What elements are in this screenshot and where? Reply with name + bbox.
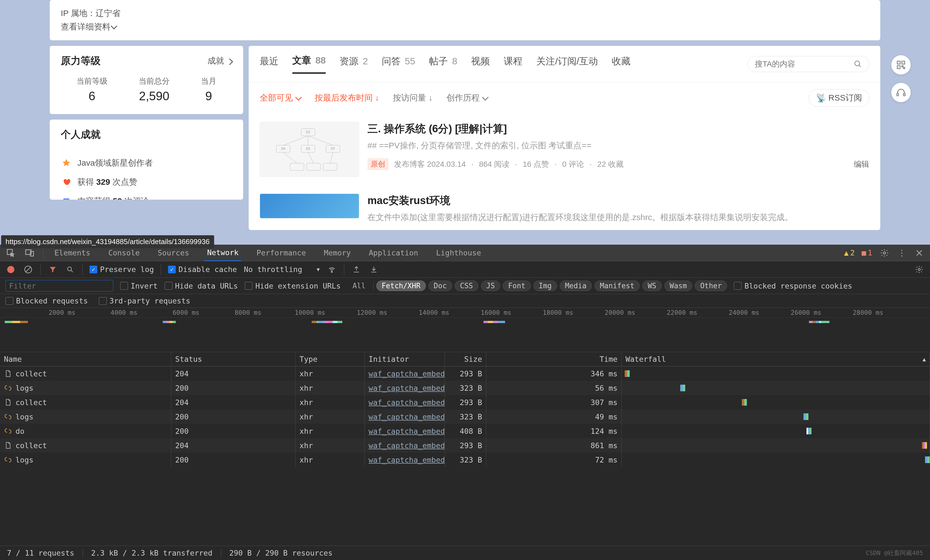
filter-by-time[interactable]: 按最后发布时间 ↓ — [315, 92, 379, 104]
svg-rect-15 — [898, 66, 901, 69]
col-status[interactable]: Status — [171, 352, 296, 366]
svg-point-25 — [68, 267, 72, 271]
wifi-icon[interactable] — [326, 264, 337, 275]
achievement-icon — [61, 196, 72, 200]
waterfall-cell — [622, 424, 930, 438]
invert-checkbox[interactable]: Invert — [120, 282, 158, 290]
download-icon[interactable] — [369, 264, 379, 275]
article-title: mac安装rust环境 — [368, 193, 869, 208]
initiator-link[interactable]: waf_captcha_embed — [369, 456, 445, 464]
col-size[interactable]: Size — [445, 352, 486, 366]
more-icon[interactable]: ⋮ — [896, 248, 907, 258]
preserve-log-checkbox[interactable]: ✓Preserve log — [89, 265, 154, 274]
blocked-cookies-checkbox[interactable]: Blocked response cookies — [734, 282, 852, 290]
clear-button[interactable] — [23, 264, 34, 275]
type-filter-pill[interactable]: Font — [503, 281, 531, 291]
search-icon — [854, 59, 862, 69]
devtools-tab[interactable]: Application — [366, 245, 421, 261]
headset-button[interactable] — [892, 83, 911, 102]
device-icon[interactable] — [24, 248, 35, 258]
type-filter-pill[interactable]: Manifest — [594, 281, 640, 291]
warnings-badge[interactable]: ▲ 2 — [844, 249, 855, 257]
content-tab[interactable]: 最近 — [260, 55, 279, 73]
article-item[interactable]: P2 P3 P7 P4 三. 操作系统 (6分) [理解|计算] ## ==PV… — [249, 114, 880, 185]
type-filter-pill[interactable]: Img — [534, 281, 557, 291]
col-name[interactable]: Name — [0, 352, 171, 366]
devtools-tab[interactable]: Performance — [254, 245, 309, 261]
upload-icon[interactable] — [351, 264, 362, 275]
xhr-icon — [4, 413, 12, 421]
initiator-link[interactable]: waf_captcha_embed — [369, 441, 445, 450]
timeline-overview[interactable]: 2000 ms4000 ms6000 ms8000 ms10000 ms1200… — [0, 308, 930, 352]
achieve-title: 个人成就 — [61, 128, 100, 141]
record-button[interactable] — [6, 264, 16, 275]
article-item[interactable]: mac安装rust环境 在文件中添加(这里需要根据情况进行配置)进行配置环境我这… — [249, 185, 880, 230]
col-type[interactable]: Type — [296, 352, 365, 366]
initiator-link[interactable]: waf_captcha_embed — [369, 384, 445, 393]
svg-text:P7: P7 — [331, 147, 335, 151]
devtools-tab[interactable]: Memory — [321, 245, 354, 261]
rss-button[interactable]: 📡RSS订阅 — [809, 89, 869, 107]
initiator-link[interactable]: waf_captcha_embed — [369, 427, 445, 436]
content-tab[interactable]: 收藏 — [612, 55, 630, 73]
svg-point-0 — [855, 61, 860, 66]
hide-data-urls-checkbox[interactable]: Hide data URLs — [165, 282, 238, 290]
throttling-select[interactable]: No throttling ▼ — [244, 265, 320, 274]
type-filter-pill[interactable]: Media — [560, 281, 592, 291]
content-tab[interactable]: 问答 55 — [382, 55, 415, 73]
third-party-checkbox[interactable]: 3rd-party requests — [99, 296, 190, 305]
article-desc: 在文件中添加(这里需要根据情况进行配置)进行配置环境我这里使用的是.zshrc。… — [368, 212, 869, 223]
type-filter-pill[interactable]: JS — [481, 281, 500, 291]
view-detail-text: 查看详细资料 — [61, 22, 111, 31]
hide-extension-urls-checkbox[interactable]: Hide extension URLs — [245, 282, 341, 290]
close-icon[interactable] — [914, 248, 924, 258]
request-status: 204 — [171, 395, 296, 410]
type-filter-pill[interactable]: WS — [642, 281, 661, 291]
content-search-box[interactable] — [748, 56, 869, 72]
table-row[interactable]: logs 200 xhr waf_captcha_embed 323 B 72 … — [0, 453, 930, 467]
issues-badge[interactable]: ■ 1 — [861, 249, 872, 257]
table-row[interactable]: collect 204 xhr waf_captcha_embed 293 B … — [0, 395, 930, 410]
search-icon[interactable] — [65, 264, 75, 275]
filter-icon[interactable] — [48, 264, 58, 275]
table-row[interactable]: collect 204 xhr waf_captcha_embed 293 B … — [0, 438, 930, 453]
content-tab[interactable]: 关注/订阅/互动 — [536, 55, 598, 73]
disable-cache-checkbox[interactable]: ✓Disable cache — [168, 265, 237, 274]
content-tab[interactable]: 帖子 8 — [429, 55, 457, 73]
network-filter-input[interactable] — [6, 280, 113, 292]
content-tab[interactable]: 文章 88 — [292, 54, 326, 74]
initiator-link[interactable]: waf_captcha_embed — [369, 370, 445, 378]
settings-icon[interactable] — [879, 248, 890, 258]
table-row[interactable]: collect 204 xhr waf_captcha_embed 293 B … — [0, 367, 930, 381]
power-more-link[interactable]: 成就 — [208, 55, 232, 66]
type-filter-pill[interactable]: All — [348, 281, 371, 291]
content-tab[interactable]: 课程 — [503, 55, 522, 73]
edit-link[interactable]: 编辑 — [854, 159, 869, 170]
filter-by-visits[interactable]: 按访问量 ↓ — [393, 92, 433, 104]
view-detail-link[interactable]: 查看详细资料 — [61, 21, 869, 32]
original-badge: 原创 — [368, 158, 388, 170]
type-filter-pill[interactable]: Fetch/XHR — [376, 281, 426, 291]
type-filter-pill[interactable]: Wasm — [665, 281, 692, 291]
table-row[interactable]: logs 200 xhr waf_captcha_embed 323 B 49 … — [0, 410, 930, 424]
initiator-link[interactable]: waf_captcha_embed — [369, 413, 445, 421]
initiator-link[interactable]: waf_captcha_embed — [369, 398, 445, 407]
table-row[interactable]: do 200 xhr waf_captcha_embed 408 B 124 m… — [0, 424, 930, 438]
filter-visibility[interactable]: 全部可见 — [260, 92, 301, 104]
type-filter-pill[interactable]: Doc — [428, 281, 452, 291]
type-filter-pill[interactable]: CSS — [455, 281, 478, 291]
content-tab[interactable]: 视频 — [471, 55, 490, 73]
blocked-requests-checkbox[interactable]: Blocked requests — [6, 296, 88, 305]
col-waterfall[interactable]: Waterfall▲ — [622, 352, 930, 366]
network-settings-icon[interactable] — [914, 264, 924, 275]
devtools-tab[interactable]: Lighthouse — [434, 245, 484, 261]
col-time[interactable]: Time — [486, 352, 622, 366]
content-tab[interactable]: 资源 2 — [340, 55, 368, 73]
inspect-icon[interactable] — [6, 248, 16, 258]
search-input[interactable] — [755, 60, 854, 69]
type-filter-pill[interactable]: Other — [695, 281, 727, 291]
qrcode-button[interactable] — [892, 55, 911, 75]
col-initiator[interactable]: Initiator — [365, 352, 445, 366]
filter-history[interactable]: 创作历程 — [447, 92, 488, 104]
table-row[interactable]: logs 200 xhr waf_captcha_embed 323 B 56 … — [0, 381, 930, 395]
